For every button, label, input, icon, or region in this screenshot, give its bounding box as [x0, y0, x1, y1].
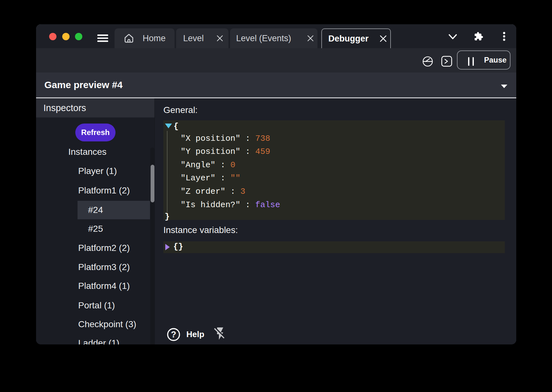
svg-text:?: ?	[171, 330, 176, 339]
